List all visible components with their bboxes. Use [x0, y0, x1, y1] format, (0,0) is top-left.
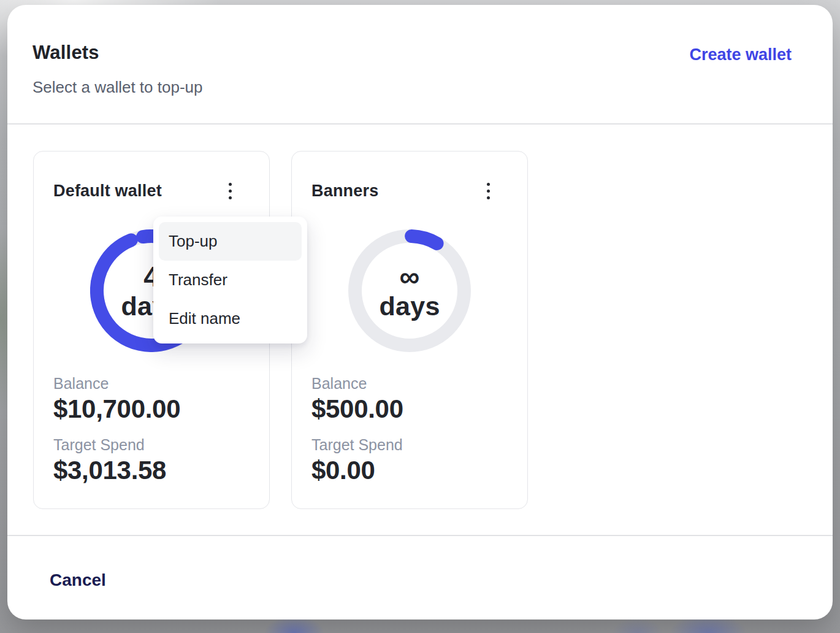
wallet-name: Banners [311, 182, 378, 201]
kebab-menu-icon[interactable] [221, 181, 239, 201]
days-unit: days [379, 293, 440, 320]
wallets-dialog: Wallets Select a wallet to top-up Create… [7, 5, 833, 620]
target-spend-label: Target Spend [53, 435, 180, 454]
wallet-card-banners[interactable]: Banners ∞ days Balance $500.00 Target Sp… [291, 151, 528, 509]
balance-value: $10,700.00 [53, 394, 180, 424]
menu-item-edit-name[interactable]: Edit name [159, 299, 302, 338]
balance-label: Balance [311, 374, 403, 393]
target-spend-label: Target Spend [311, 435, 403, 454]
days-value: ∞ [400, 263, 420, 291]
days-remaining-ring: ∞ days [348, 229, 471, 352]
cancel-button[interactable]: Cancel [50, 570, 106, 590]
header-divider [7, 123, 833, 125]
page-title: Wallets [32, 42, 99, 64]
menu-item-top-up[interactable]: Top-up [159, 222, 302, 261]
page-subtitle: Select a wallet to top-up [32, 78, 203, 97]
kebab-menu-icon[interactable] [479, 181, 497, 201]
menu-item-transfer[interactable]: Transfer [159, 261, 302, 299]
balance-label: Balance [53, 374, 180, 393]
footer-divider [7, 535, 833, 536]
balance-value: $500.00 [311, 394, 403, 424]
target-spend-value: $3,013.58 [53, 456, 180, 485]
wallet-context-menu: Top-up Transfer Edit name [153, 217, 307, 343]
wallet-name: Default wallet [53, 182, 162, 201]
target-spend-value: $0.00 [311, 456, 403, 485]
create-wallet-button[interactable]: Create wallet [689, 45, 792, 64]
